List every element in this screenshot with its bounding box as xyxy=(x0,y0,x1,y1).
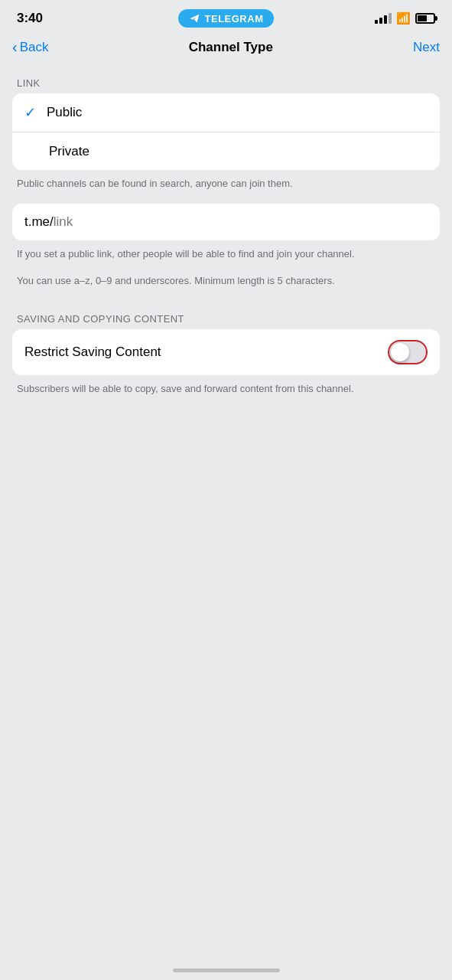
saving-card: Restrict Saving Content xyxy=(12,329,440,375)
telegram-badge-container: TELEGRAM xyxy=(178,9,275,28)
restrict-saving-row: Restrict Saving Content xyxy=(24,329,428,375)
telegram-badge: TELEGRAM xyxy=(178,9,275,28)
back-label: Back xyxy=(20,40,49,55)
saving-description: Subscribers will be able to copy, save a… xyxy=(12,375,440,409)
public-option[interactable]: ✓ Public xyxy=(12,93,440,132)
link-section-label: LINK xyxy=(12,65,440,93)
link-hint-1: If you set a public link, other people w… xyxy=(12,240,440,274)
link-hint-2: You can use a–z, 0–9 and underscores. Mi… xyxy=(12,273,440,301)
page-title: Channel Type xyxy=(189,40,273,55)
telegram-label: TELEGRAM xyxy=(205,13,264,24)
content: LINK ✓ Public Private Public channels ca… xyxy=(0,65,452,408)
channel-type-description: Public channels can be found in search, … xyxy=(12,170,440,204)
nav-bar: ‹ Back Channel Type Next xyxy=(0,32,452,65)
channel-type-card: ✓ Public Private xyxy=(12,93,440,170)
telegram-icon xyxy=(189,12,201,24)
link-input-card: t.me/ xyxy=(12,204,440,240)
signal-icon xyxy=(375,13,392,24)
checkmark-icon: ✓ xyxy=(24,104,36,121)
status-bar: 3:40 TELEGRAM 📶 xyxy=(0,0,452,32)
toggle-knob xyxy=(391,343,409,361)
private-label: Private xyxy=(49,144,89,159)
saving-section-label: SAVING AND COPYING CONTENT xyxy=(12,301,440,329)
link-prefix: t.me/ xyxy=(24,214,54,230)
back-button[interactable]: ‹ Back xyxy=(12,38,48,56)
link-input[interactable] xyxy=(54,214,428,230)
restrict-saving-toggle[interactable] xyxy=(388,340,428,364)
home-indicator xyxy=(173,969,280,972)
public-label: Public xyxy=(47,105,82,120)
status-time: 3:40 xyxy=(17,11,43,26)
wifi-icon: 📶 xyxy=(396,11,411,25)
next-button[interactable]: Next xyxy=(413,40,440,55)
back-chevron-icon: ‹ xyxy=(12,38,18,56)
link-input-row: t.me/ xyxy=(24,214,428,230)
status-indicators: 📶 xyxy=(375,11,435,25)
battery-icon xyxy=(415,13,435,24)
restrict-saving-label: Restrict Saving Content xyxy=(24,345,161,360)
private-option[interactable]: Private xyxy=(12,132,440,170)
battery-fill xyxy=(418,15,427,21)
